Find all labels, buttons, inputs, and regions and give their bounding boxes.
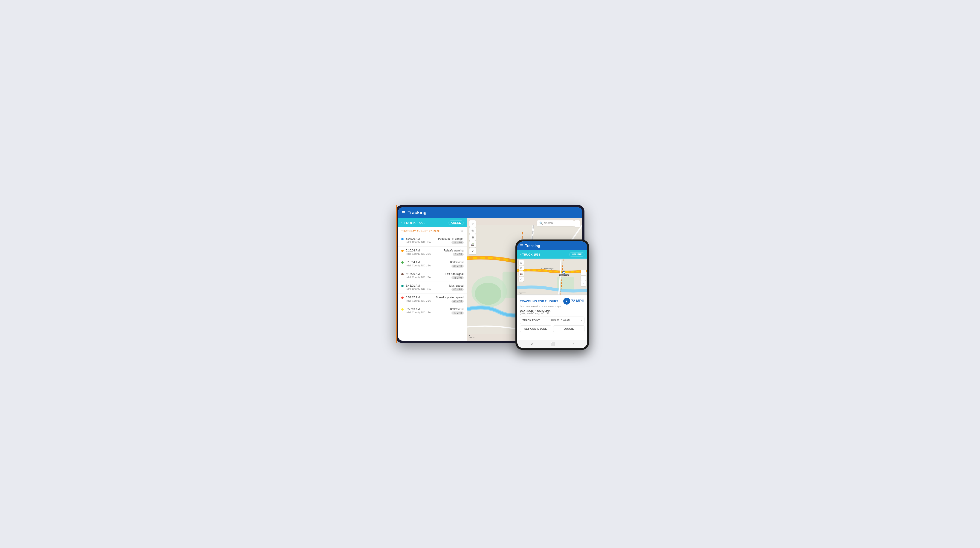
event-body: 5:10:08 AM Irdell County, NC USA — [406, 249, 438, 255]
event-type: Brakes ON — [438, 260, 464, 264]
event-type: Speed > posted speed — [436, 296, 463, 299]
phone-wrapper: ☰ Tracking ‹ TRUCK 1553 ONLINE — [515, 240, 589, 350]
event-body: 5:04:09 AM Irdell County, NC USA — [406, 237, 438, 243]
menu-icon[interactable]: ☰ — [402, 210, 406, 215]
event-time: 5:43:01 AM — [406, 284, 438, 288]
phone-scale-bar — [519, 292, 525, 292]
event-time: 5:55:13 AM — [406, 308, 438, 311]
list-item[interactable]: 5:43:01 AM Irdell County, NC USA Max. sp… — [398, 282, 467, 294]
event-time: 5:04:09 AM — [406, 237, 438, 240]
vehicle-icon[interactable]: 🚛 — [469, 241, 476, 248]
app-header: ☰ Tracking — [398, 207, 582, 218]
phone-layers-icon[interactable]: ⊟ — [519, 265, 524, 270]
events-list: 5:04:09 AM Irdell County, NC USA Pedestr… — [398, 235, 467, 341]
event-location: Irdell County, NC USA — [406, 241, 438, 243]
list-item[interactable]: 5:53:37 AM Irdell County, NC USA Speed >… — [398, 294, 467, 305]
event-speed: 45 MPH — [452, 311, 463, 315]
truck-name: TRUCK 1553 — [404, 221, 425, 225]
back-nav-btn[interactable]: ⤶ — [530, 342, 533, 346]
recent-nav-btn[interactable]: ‹ — [573, 342, 574, 346]
event-dot — [401, 273, 404, 275]
track-point-row[interactable]: TRACK POINT AUG 27, 5:40 AM › — [520, 316, 584, 324]
phone-locate-icon[interactable]: ◎ — [519, 260, 524, 265]
location-main: USA - NORTH CAROLINA — [520, 310, 584, 312]
event-right: Brakes ON 33 MPH — [438, 260, 464, 268]
truck-header: ‹ TRUCK 1553 ONLINE — [398, 218, 467, 227]
location-sub: (I-40), Irdell County, NC USA — [520, 312, 584, 315]
list-item[interactable]: 5:15:04 AM Irdell County, NC USA Brakes … — [398, 258, 467, 270]
home-nav-btn[interactable]: ⬜ — [550, 342, 555, 346]
search-input[interactable] — [544, 222, 571, 225]
chevron-right-icon: › — [581, 319, 582, 322]
map-controls-left: ⤢ ◎ ⊟ 🚛 ✔ — [469, 221, 476, 254]
phone-vehicle-icon[interactable]: 🚛 — [519, 271, 524, 276]
phone-map-controls: ◎ ⊟ 🚛 ✔ — [519, 260, 524, 281]
map-menu-btn[interactable]: ⋮ — [574, 221, 580, 227]
set-safe-zone-button[interactable]: SET A SAFE ZONE — [520, 325, 551, 332]
event-dot — [401, 285, 404, 287]
event-speed: 45 MPH — [452, 300, 463, 303]
event-location: Irdell County, NC USA — [406, 299, 436, 302]
compass-btn[interactable]: ↑ — [581, 281, 586, 286]
phone-bottom-nav: ⤶ ⬜ ‹ — [517, 340, 587, 348]
map-scale: 200 m — [469, 335, 481, 338]
event-type: Pedestrian in danger — [438, 237, 464, 240]
phone-truck-marker[interactable]: TRUCK 1553 — [559, 271, 569, 276]
phone-scale-label: 1 km — [519, 293, 522, 294]
phone-device: ☰ Tracking ‹ TRUCK 1553 ONLINE — [515, 240, 589, 350]
event-body: 5:15:20 AM Irdell County, NC USA — [406, 272, 438, 279]
phone-buttons-row: SET A SAFE ZONE LOCATE — [520, 325, 584, 332]
event-right: Speed > posted speed 45 MPH — [436, 296, 463, 303]
phone-info: TRAVELING FOR 2 HOURS ▲ 72 MPH Last comm… — [517, 295, 587, 340]
phone-truck-marker-label: TRUCK 1553 — [559, 275, 569, 276]
layers-icon[interactable]: ⊟ — [469, 234, 476, 241]
date-bar: THURSDAY AUGUST 27, 2020 👁 — [398, 227, 467, 235]
event-dot — [401, 249, 404, 252]
event-dot — [401, 261, 404, 264]
svg-point-2 — [475, 283, 501, 305]
event-right: Brakes ON 45 MPH — [438, 308, 464, 315]
zoom-in-btn[interactable]: + — [581, 270, 586, 275]
event-speed: 33 MPH — [452, 265, 463, 268]
truck-header-left: ‹ TRUCK 1553 — [401, 221, 425, 225]
event-right: Max. speed 40 MPH — [438, 284, 464, 291]
locate-icon[interactable]: ◎ — [469, 227, 476, 234]
event-body: 5:43:01 AM Irdell County, NC USA — [406, 284, 438, 290]
event-speed: 38 MPH — [452, 276, 463, 279]
phone-app-header: ☰ Tracking — [517, 241, 587, 250]
event-location: Irdell County, NC USA — [406, 253, 438, 255]
shield-icon[interactable]: ✔ — [469, 248, 476, 254]
visibility-icon[interactable]: 👁 — [460, 229, 464, 233]
traveling-header: TRAVELING FOR 2 HOURS ▲ 72 MPH — [520, 298, 584, 305]
event-time: 5:53:37 AM — [406, 296, 436, 299]
event-location: Irdell County, NC USA — [406, 311, 438, 314]
scale-bar — [469, 335, 481, 336]
list-item[interactable]: 5:15:20 AM Irdell County, NC USA Left tu… — [398, 270, 467, 282]
event-speed: 3 MPH — [453, 253, 464, 256]
list-item[interactable]: 5:04:09 AM Irdell County, NC USA Pedestr… — [398, 235, 467, 247]
event-dot — [401, 297, 404, 299]
list-item[interactable]: 5:10:08 AM Irdell County, NC USA Failsaf… — [398, 247, 467, 258]
event-time: 5:15:20 AM — [406, 272, 438, 276]
left-panel: ‹ TRUCK 1553 ONLINE THURSDAY AUGUST 27, … — [398, 218, 467, 341]
zoom-out-btn[interactable]: − — [581, 276, 586, 281]
phone-truck-header: ‹ TRUCK 1553 ONLINE — [517, 250, 587, 259]
expand-icon[interactable]: ⤢ — [469, 221, 476, 227]
event-body: 5:53:37 AM Irdell County, NC USA — [406, 296, 436, 302]
event-right: Failsafe warning 3 MPH — [438, 249, 464, 256]
event-time: 5:15:04 AM — [406, 260, 438, 264]
list-item[interactable]: 5:55:13 AM Irdell County, NC USA Brakes … — [398, 305, 467, 317]
svg-text:N Carolina Hwy 42: N Carolina Hwy 42 — [541, 268, 554, 270]
event-speed: 21 MPH — [452, 241, 463, 244]
phone-menu-icon[interactable]: ☰ — [520, 244, 523, 248]
event-location: Irdell County, NC USA — [406, 264, 438, 267]
phone-truck-dot — [562, 271, 565, 274]
phone-shield-icon[interactable]: ✔ — [519, 276, 524, 281]
traveling-title: TRAVELING FOR 2 HOURS — [520, 300, 558, 303]
phone-back-arrow[interactable]: ‹ — [520, 253, 521, 256]
event-right: Pedestrian in danger 21 MPH — [438, 237, 464, 244]
event-body: 5:55:13 AM Irdell County, NC USA — [406, 308, 438, 314]
event-time: 5:10:08 AM — [406, 249, 438, 252]
locate-button[interactable]: LOCATE — [553, 325, 584, 332]
back-arrow-icon[interactable]: ‹ — [401, 221, 402, 225]
